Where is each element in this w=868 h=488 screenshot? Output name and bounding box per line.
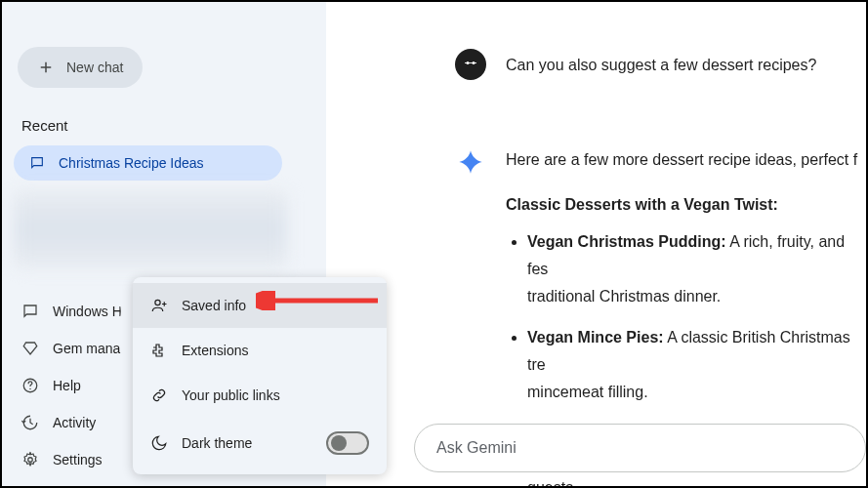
user-message: Can you also suggest a few dessert recip…	[326, 37, 866, 92]
section-heading: Classic Desserts with a Vegan Twist:	[506, 191, 866, 219]
popup-item-label: Saved info	[182, 298, 246, 313]
popup-item-label: Extensions	[182, 343, 248, 358]
prompt-input[interactable]: Ask Gemini	[414, 424, 866, 472]
link-icon	[150, 386, 168, 404]
prompt-placeholder: Ask Gemini	[436, 439, 517, 457]
popup-item-dark-theme[interactable]: Dark theme	[133, 418, 387, 468]
svg-point-2	[28, 458, 33, 463]
user-avatar-icon	[455, 49, 486, 80]
annotation-arrow	[256, 291, 383, 310]
user-message-text: Can you also suggest a few dessert recip…	[506, 49, 816, 78]
svg-point-1	[29, 388, 31, 390]
gear-icon	[21, 451, 39, 468]
sidebar-item-gem-manager[interactable]: Gem mana	[14, 330, 121, 367]
chat-item-label: Christmas Recipe Ideas	[59, 155, 204, 171]
puzzle-icon	[150, 342, 168, 359]
gemini-sparkle-icon	[455, 146, 486, 178]
moon-icon	[150, 434, 168, 452]
history-icon	[21, 414, 39, 431]
sidebar-item-windows[interactable]: Windows H	[14, 293, 121, 330]
recent-label: Recent	[21, 117, 314, 134]
new-chat-label: New chat	[66, 60, 123, 75]
popup-item-extensions[interactable]: Extensions	[133, 328, 387, 373]
popup-item-label: Dark theme	[182, 435, 252, 451]
nav-label: Help	[53, 378, 81, 393]
person-add-icon	[150, 297, 168, 314]
assistant-intro-text: Here are a few more dessert recipe ideas…	[506, 146, 866, 174]
blurred-chat-items	[14, 190, 287, 268]
sidebar-item-christmas-recipes[interactable]: Christmas Recipe Ideas	[14, 145, 282, 181]
help-icon	[21, 377, 39, 394]
nav-label: Gem mana	[53, 341, 120, 356]
nav-label: Settings	[53, 452, 103, 468]
dark-theme-toggle[interactable]	[326, 431, 369, 455]
popup-item-label: Your public links	[182, 387, 280, 403]
plus-icon	[37, 59, 55, 76]
list-item: Vegan Mince Pies: A classic British Chri…	[527, 324, 866, 406]
chat-main: Can you also suggest a few dessert recip…	[326, 2, 866, 486]
list-item: Vegan Christmas Pudding: A rich, fruity,…	[527, 228, 866, 310]
svg-point-3	[155, 300, 160, 305]
diamond-icon	[21, 340, 39, 357]
nav-label: Activity	[53, 415, 96, 430]
chat-bubble-icon	[21, 303, 39, 320]
nav-label: Windows H	[53, 304, 121, 319]
chat-bubble-icon	[29, 155, 45, 171]
new-chat-button[interactable]: New chat	[18, 47, 143, 88]
popup-item-public-links[interactable]: Your public links	[133, 373, 387, 418]
